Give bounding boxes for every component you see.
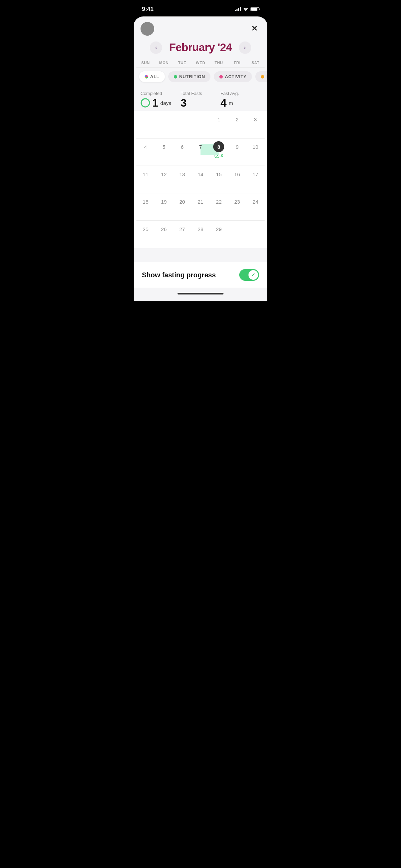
phone-frame: 9:41 ✕ ‹ Feb (134, 0, 267, 301)
cal-day-num-16: 16 (232, 169, 243, 180)
filter-rest[interactable]: REST (255, 71, 267, 82)
cal-day-18[interactable]: 18 (136, 196, 155, 217)
stat-completed: Completed 1 days (141, 91, 181, 108)
cal-day-num-7: 7 (195, 141, 206, 152)
next-month-button[interactable]: › (239, 41, 251, 54)
cal-day-empty (155, 114, 173, 134)
top-bar: ✕ (134, 16, 267, 38)
day-header-tue: TUE (173, 59, 191, 66)
nutrition-dot-icon (174, 75, 177, 79)
toggle-check-icon: ✓ (251, 272, 255, 278)
cal-day-empty-2 (246, 224, 265, 244)
stat-fast-avg-label: Fast Avg. (220, 91, 260, 96)
cal-day-22[interactable]: 22 (210, 196, 228, 217)
cal-day-num-17: 17 (250, 169, 261, 180)
cal-day-11[interactable]: 11 (136, 169, 155, 189)
cal-day-23[interactable]: 23 (228, 196, 246, 217)
cal-day-num-12: 12 (158, 169, 169, 180)
day-header-sat: SAT (246, 59, 265, 66)
cal-day-14[interactable]: 14 (191, 169, 209, 189)
stat-total-fasts-label: Total Fasts (181, 91, 221, 96)
battery-icon (251, 7, 259, 11)
cal-day-num-9: 9 (232, 141, 243, 152)
cal-day-empty-1 (228, 224, 246, 244)
day-headers: SUN MON TUE WED THU FRI SAT (134, 59, 267, 66)
filter-activity-label: ACTIVITY (225, 74, 246, 79)
cal-day-num-5: 5 (158, 141, 169, 152)
cal-day-27[interactable]: 27 (173, 224, 191, 244)
cal-day-num-11: 11 (140, 169, 151, 180)
cal-day-num-8: 8 (213, 141, 224, 152)
status-icons (235, 7, 259, 12)
avatar (141, 22, 154, 36)
cal-day-21[interactable]: 21 (191, 196, 209, 217)
signal-bars-icon (235, 7, 241, 11)
stat-completed-value-row: 1 days (141, 97, 181, 108)
calendar-week-2: 4 5 6 7 8 (136, 138, 265, 166)
cal-day-num-6: 6 (177, 141, 188, 152)
cal-day-25[interactable]: 25 (136, 224, 155, 244)
filter-all-label: ALL (150, 74, 159, 79)
cal-day-28[interactable]: 28 (191, 224, 209, 244)
calendar-week-4: 18 19 20 21 22 23 24 (136, 193, 265, 221)
month-nav: ‹ February '24 › (134, 38, 267, 59)
cal-day-12[interactable]: 12 (155, 169, 173, 189)
cal-day-5[interactable]: 5 (155, 141, 173, 162)
cal-day-13[interactable]: 13 (173, 169, 191, 189)
calendar-week-3: 11 12 13 14 15 16 17 (136, 166, 265, 193)
cal-day-num-20: 20 (177, 196, 188, 207)
cal-day-16[interactable]: 16 (228, 169, 246, 189)
cal-day-num-26: 26 (158, 224, 169, 234)
stat-completed-unit: days (160, 100, 171, 106)
cal-day-num-22: 22 (213, 196, 224, 207)
stat-total-fasts-value-row: 3 (181, 97, 221, 108)
status-time: 9:41 (142, 6, 154, 13)
cal-day-9[interactable]: 9 (228, 141, 246, 162)
day-header-fri: FRI (228, 59, 246, 66)
cal-day-6[interactable]: 6 (173, 141, 191, 162)
cal-day-24[interactable]: 24 (246, 196, 265, 217)
cal-day-1[interactable]: 1 (210, 114, 228, 134)
cal-day-4[interactable]: 4 (136, 141, 155, 162)
cal-day-num-3: 3 (250, 114, 261, 125)
cal-day-8[interactable]: 8 3 (210, 141, 228, 162)
filter-nutrition[interactable]: NUTRITION (168, 71, 210, 82)
calendar-body: 1 2 3 4 5 6 (134, 111, 267, 248)
day-header-mon: MON (155, 59, 173, 66)
cal-day-26[interactable]: 26 (155, 224, 173, 244)
cal-day-empty (173, 114, 191, 134)
status-bar: 9:41 (134, 0, 267, 16)
stat-fast-avg-unit: m (229, 100, 233, 106)
stat-completed-label: Completed (141, 91, 181, 96)
cal-day-20[interactable]: 20 (173, 196, 191, 217)
filter-all[interactable]: ALL (139, 71, 165, 82)
prev-month-button[interactable]: ‹ (150, 41, 162, 54)
filter-nutrition-label: NUTRITION (179, 74, 205, 79)
cal-day-17[interactable]: 17 (246, 169, 265, 189)
cal-day-num-1: 1 (213, 114, 224, 125)
calendar-week-5: 25 26 27 28 29 (136, 221, 265, 248)
badge-count: 3 (220, 153, 223, 158)
cal-day-15[interactable]: 15 (210, 169, 228, 189)
stat-total-fasts: Total Fasts 3 (181, 91, 221, 108)
cal-day-num-18: 18 (140, 196, 151, 207)
stat-fast-avg-value-row: 4 m (220, 97, 260, 108)
completed-circle-icon (141, 98, 150, 108)
rest-dot-icon (261, 75, 264, 79)
cal-day-3[interactable]: 3 (246, 114, 265, 134)
all-dot-icon (145, 75, 148, 79)
cal-day-29[interactable]: 29 (210, 224, 228, 244)
cal-day-empty (191, 114, 209, 134)
fasting-toggle[interactable]: ✓ (239, 269, 259, 281)
cal-day-num-14: 14 (195, 169, 206, 180)
cal-day-2[interactable]: 2 (228, 114, 246, 134)
svg-point-1 (141, 99, 149, 107)
close-button[interactable]: ✕ (248, 23, 260, 35)
day-header-sun: SUN (136, 59, 155, 66)
cal-day-num-24: 24 (250, 196, 261, 207)
filter-activity[interactable]: ACTIVITY (214, 71, 252, 82)
home-indicator (134, 289, 267, 301)
wifi-icon (243, 7, 248, 12)
cal-day-10[interactable]: 10 (246, 141, 265, 162)
cal-day-19[interactable]: 19 (155, 196, 173, 217)
